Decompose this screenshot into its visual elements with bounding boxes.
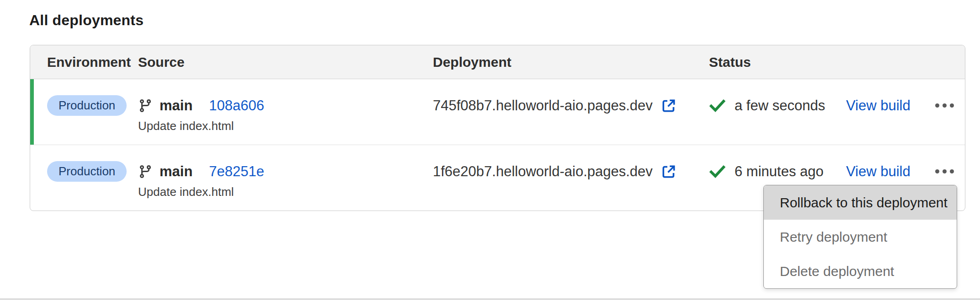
row-actions-button[interactable]: [931, 161, 959, 182]
column-header-environment: Environment: [30, 54, 138, 70]
environment-badge: Production: [47, 161, 127, 182]
external-link-icon: [660, 97, 677, 114]
column-header-deployment: Deployment: [433, 54, 709, 70]
menu-item-rollback[interactable]: Rollback to this deployment: [764, 185, 957, 220]
table-header-row: Environment Source Deployment Status: [30, 45, 965, 79]
page-bottom-divider: [0, 298, 980, 300]
status-time: a few seconds: [735, 97, 825, 114]
ellipsis-icon: [935, 103, 939, 108]
view-build-link[interactable]: View build: [846, 163, 911, 180]
deployment-actions-menu: Rollback to this deployment Retry deploy…: [763, 185, 957, 289]
external-link-icon: [660, 163, 677, 180]
deployment-url: 1f6e20b7.helloworld-aio.pages.dev: [433, 163, 653, 180]
commit-message: Update index.html: [138, 185, 433, 199]
environment-badge: Production: [47, 95, 127, 116]
open-deployment-button[interactable]: [660, 97, 677, 114]
menu-item-retry[interactable]: Retry deployment: [764, 220, 957, 254]
view-build-link[interactable]: View build: [846, 97, 911, 114]
check-icon: [709, 99, 726, 113]
menu-item-delete[interactable]: Delete deployment: [764, 254, 957, 288]
deployment-row-current: Production main 108a606 Update index.htm…: [30, 79, 965, 145]
commit-hash-link[interactable]: 7e8251e: [209, 163, 264, 180]
commit-message: Update index.html: [138, 119, 433, 133]
commit-hash-link[interactable]: 108a606: [209, 97, 264, 114]
check-icon: [709, 165, 726, 179]
page-title: All deployments: [29, 12, 144, 29]
row-actions-button[interactable]: [931, 95, 959, 116]
column-header-status: Status: [709, 54, 846, 70]
ellipsis-icon: [935, 169, 939, 173]
git-branch-icon: [138, 164, 153, 179]
branch-name: main: [160, 97, 192, 114]
active-deployment-indicator: [30, 79, 34, 145]
branch-name: main: [160, 163, 192, 180]
column-header-source: Source: [138, 54, 433, 70]
open-deployment-button[interactable]: [660, 163, 677, 180]
deployment-url: 745f08b7.helloworld-aio.pages.dev: [433, 97, 653, 114]
git-branch-icon: [138, 98, 153, 113]
status-time: 6 minutes ago: [735, 163, 824, 180]
